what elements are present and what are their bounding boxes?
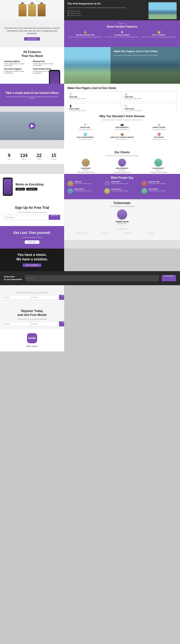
product-1: [19, 4, 26, 16]
desktop-icon: 🖥: [104, 30, 140, 34]
newsletter-panel: Subscribe to our Newsletter SUBSCRIBE: [0, 271, 180, 285]
clients-sub: Lorem ipsum dolor sit amet consectetur a…: [68, 155, 177, 156]
mt-item-1: 📋 ITEM ONE Lorem ipsum dolor sit amet: [68, 91, 121, 101]
features-purple-title: Some Fantisc Features: [68, 25, 177, 28]
feature-item-1-desc: Lorem ipsum dolor sit amet consectetur: [4, 63, 24, 66]
testimonials-next[interactable]: ›: [176, 209, 177, 218]
what-item-1: JANE DOE Lorem ipsum dolor sit amet: [68, 181, 103, 187]
mt-item-4: 🔧 ITEM FOUR Lorem ipsum dolor sit amet: [123, 103, 177, 112]
feature-item-3: Top-notch Support Lorem ipsum dolor sit …: [4, 68, 31, 74]
ui-kit-text: The First Responsive UI Kit Lorem ipsum …: [68, 2, 148, 16]
newsletter-email-input[interactable]: [25, 275, 159, 281]
skooma-title: Why You Shouldn't Drink Skooma: [68, 115, 177, 118]
what-item-2: ANNA SMITH Lorem ipsum dolor sit amet: [104, 181, 140, 187]
bottom-filler: [0, 351, 180, 644]
option-2[interactable]: Option two here: [68, 12, 148, 14]
signup-form: SIGN UP: [4, 215, 60, 220]
stat-years-number: 9: [7, 153, 11, 158]
testimonials-avatar: [117, 209, 127, 220]
register1-panel: Find out and I'll show you on your scree…: [0, 285, 64, 306]
what-text-2: Lorem ipsum dolor sit amet: [111, 183, 140, 185]
ui-kit-subtitle: Lorem ipsum dolor sit amet consectetur a…: [68, 6, 148, 9]
what-content-4: MARK JONES Lorem ipsum dolor sit amet: [74, 188, 103, 192]
play-button[interactable]: [29, 123, 35, 129]
option-2-text: Option two here: [70, 12, 80, 14]
stat-projects-number: 134: [20, 153, 28, 158]
newsletter-title: Subscribe to our Newsletter: [4, 275, 22, 281]
feature-1: 🔒 SECURE CONNECTION Lorem ipsum dolor si…: [68, 30, 103, 38]
option-1[interactable]: Option one here: [68, 10, 148, 12]
signup-email-input[interactable]: [4, 215, 48, 220]
ui-kit-options: Option one here Option two here Option t…: [68, 10, 148, 16]
pier-image: [148, 2, 177, 19]
sk-desc-5: Lorem ipsum dolor sit: [104, 138, 140, 140]
getlost-button[interactable]: EXPLORE: [25, 240, 39, 244]
row-2: The three men at her mast-head wore long…: [0, 20, 180, 47]
row-13: Register Today and Get Free Month Lorem …: [0, 306, 180, 329]
ui-kit-panel: The First Responsive UI Kit Lorem ipsum …: [64, 0, 180, 20]
stat-awards-label: Awards: [37, 158, 42, 160]
radio-1[interactable]: [68, 10, 69, 12]
sk-item-3: 🍵 DRINK COFFEE Lorem ipsum dolor sit: [141, 123, 177, 130]
read-more-button[interactable]: READ MORE: [24, 37, 40, 41]
features-purple-header: Features: [68, 23, 177, 24]
make-one-overlay: Make One Pagers Just in Few Clicks Lorem…: [111, 47, 180, 84]
feature-item-1-title: Amazing Options: [4, 60, 31, 62]
playstore-badge[interactable]: Google Play: [26, 188, 37, 191]
what-people-grid: JANE DOE Lorem ipsum dolor sit amet ANNA…: [68, 181, 177, 194]
box-icon: 📦: [104, 133, 140, 136]
getlost-sub: Lorem ipsum dolor sit amet: [22, 236, 42, 238]
video-panel: [0, 112, 64, 140]
stat-awards-number: 22: [37, 153, 42, 158]
vision-button[interactable]: GET STARTED: [23, 264, 41, 267]
register1-name-input[interactable]: [4, 295, 30, 300]
register2-form: GET STARTED: [4, 321, 60, 326]
clients-title: Our Clients: [68, 151, 177, 154]
clients-row: JANE BROWN Designer Lorem ipsum dolor si…: [68, 159, 177, 173]
what-text-3: Lorem ipsum dolor sit amet: [148, 183, 177, 185]
skooma-grid-top: ✈ TRAVEL BIG Lorem ipsum dolor sit 📷 PHO…: [68, 123, 177, 130]
product-2: [28, 4, 36, 16]
footer-sub: Proudly Made By: [68, 228, 177, 230]
register2-button[interactable]: GET STARTED: [59, 321, 64, 326]
radio-3[interactable]: [68, 15, 69, 16]
what-content-5: SARAH DAVIS Lorem ipsum dolor sit amet: [111, 188, 140, 192]
mt-item-2: 📊 ITEM TWO Lorem ipsum dolor sit amet: [123, 91, 177, 101]
testimonials-prev[interactable]: ‹: [68, 209, 69, 218]
client-2-avatar: [118, 159, 126, 167]
logo-panel: lando Slide Name: [0, 329, 64, 351]
register2-email-input[interactable]: [32, 321, 58, 326]
gray-area-1: [64, 249, 180, 271]
register2-name-input[interactable]: [4, 321, 30, 326]
works-panel: Works on Everything App Store Google Pla…: [0, 174, 64, 199]
option-3[interactable]: Option three here: [68, 15, 148, 16]
register1-email-input[interactable]: [32, 295, 58, 300]
products-panel: [0, 0, 64, 20]
mt-icon-4: 🔧: [125, 105, 175, 107]
sk-item-6: 🎯 GET READY Lorem ipsum dolor sit: [141, 133, 177, 140]
client-3: ADAM MARKLEY Manager Lorem ipsum dolor s…: [150, 159, 167, 173]
stat-countries-number: 15: [51, 153, 57, 158]
appstore-badge[interactable]: App Store: [15, 188, 25, 191]
client-3-text: Lorem ipsum dolor sit amet: [150, 171, 167, 173]
make-two-title: Make One Pagers Just in Few Clicks: [68, 87, 177, 90]
prev-icon[interactable]: ‹: [68, 214, 69, 218]
next-icon[interactable]: ›: [176, 214, 177, 218]
stat-years-label: Years: [7, 158, 11, 160]
row-14: lando Slide Name: [0, 329, 180, 351]
what-avatar-1: [68, 181, 73, 187]
row-6: 9 Years 134 Projects 22 Awards 15 Countr…: [0, 149, 180, 174]
sk-title-6: GET READY: [141, 136, 177, 138]
newsletter-button[interactable]: SUBSCRIBE: [162, 275, 176, 281]
client-1-role: Designer: [77, 169, 94, 171]
mt-icon-2: 📊: [125, 93, 175, 96]
signup-button[interactable]: SIGN UP: [49, 215, 60, 220]
sk-item-1: ✈ TRAVEL BIG Lorem ipsum dolor sit: [68, 123, 103, 130]
register1-button[interactable]: GET STARTED: [59, 295, 64, 300]
feature-1-desc: Lorem ipsum dolor sit amet consectetur a…: [68, 36, 103, 38]
mt-item-3: 📱 ITEM THREE Lorem ipsum dolor sit amet: [68, 103, 121, 112]
client-1-text: Lorem ipsum dolor sit amet: [77, 171, 94, 173]
sk-desc-1: Lorem ipsum dolor sit: [68, 129, 103, 130]
sk-desc-2: Lorem ipsum dolor sit: [104, 129, 140, 130]
radio-2[interactable]: [68, 12, 69, 14]
